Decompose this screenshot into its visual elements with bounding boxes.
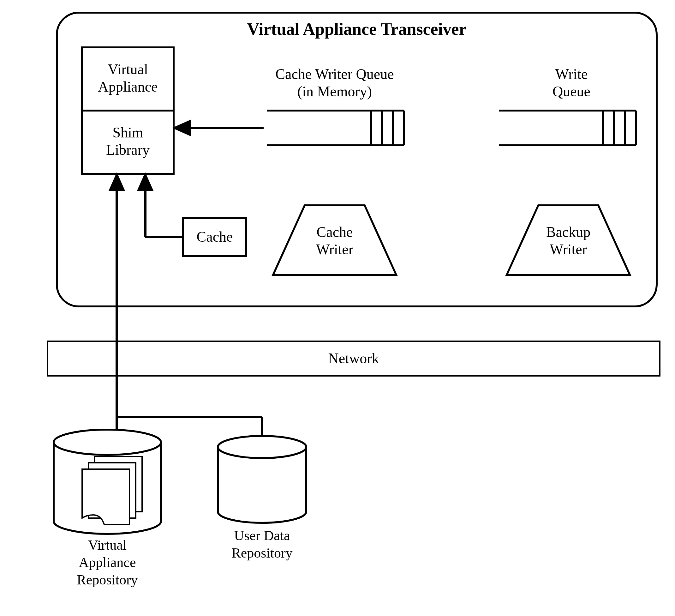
- va-repo-cylinder: [54, 430, 161, 534]
- network-label: Network: [328, 350, 379, 366]
- wq-label-line1: Write: [555, 66, 588, 82]
- va-box-top-line2: Appliance: [98, 79, 158, 95]
- svg-marker-26: [110, 175, 123, 190]
- svg-marker-13: [175, 122, 190, 134]
- va-box-bot-line2: Library: [106, 142, 150, 158]
- arrow-cwq-to-shim: [175, 122, 264, 134]
- cwq-label-line1: Cache Writer Queue: [275, 66, 394, 82]
- wq-label-line2: Queue: [552, 83, 590, 99]
- cache-writer-line1: Cache: [317, 224, 353, 240]
- backup-writer-trapezoid: [507, 205, 630, 275]
- svg-point-17: [54, 430, 161, 455]
- cache-writer-queue-shape: [267, 111, 404, 145]
- cwq-label-line2: (in Memory): [297, 83, 372, 99]
- user-repo-cylinder: [218, 436, 306, 523]
- transceiver-title: Virtual Appliance Transceiver: [247, 19, 467, 39]
- user-repo-line1: User Data: [234, 528, 290, 543]
- transceiver-container: [57, 13, 657, 306]
- cache-box-label: Cache: [197, 229, 233, 245]
- arrow-varepo-to-shim: [110, 175, 123, 430]
- va-repo-line2: Appliance: [79, 555, 136, 570]
- svg-point-22: [218, 436, 306, 458]
- va-box-bot-line1: Shim: [112, 125, 143, 141]
- architecture-diagram: Virtual Appliance Transceiver Virtual Ap…: [0, 0, 675, 616]
- cache-writer-line2: Writer: [316, 242, 353, 258]
- va-repo-line1: Virtual: [88, 537, 127, 553]
- cache-writer-trapezoid: [273, 205, 396, 275]
- user-repo-line2: Repository: [231, 545, 292, 561]
- va-repo-line3: Repository: [77, 572, 138, 588]
- svg-marker-16: [139, 175, 152, 190]
- backup-writer-line1: Backup: [546, 224, 591, 240]
- arrow-cache-to-shim: [139, 175, 183, 237]
- line-userrepo-join: [117, 417, 262, 436]
- backup-writer-line2: Writer: [550, 242, 587, 258]
- write-queue-shape: [499, 111, 636, 145]
- va-box-top-line1: Virtual: [108, 61, 148, 77]
